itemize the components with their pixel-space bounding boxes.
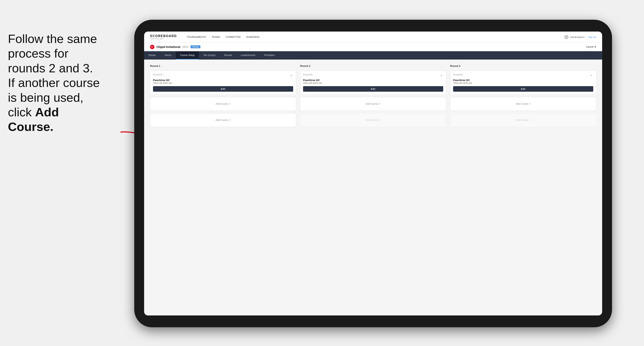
instruction-text: Follow the same process for rounds 2 and… [0,28,114,138]
round-2-course-card: (Course A) × Peachtree GC Yellow (M) (66… [300,71,446,95]
round-2-add-course-2: Add Course + [300,113,446,127]
user-email: blair@clippd.io [570,36,584,38]
round-1-add-course-1[interactable]: Add Course + [150,97,296,111]
sub-header: C Clippd Invitational (Men) Hosting Canc… [144,43,602,51]
rounds-grid: Round 1 (Course A) × Peachtree GC Yellow… [150,64,596,127]
tab-teams[interactable]: Teams [160,51,176,60]
round-3-edit-button[interactable]: Edit [453,86,593,92]
round-2-delete-icon[interactable]: × [439,74,443,77]
round-3-column: Round 3 (Course A) × Peachtree GC Yellow… [450,64,596,127]
tab-results[interactable]: Results [220,51,236,60]
round-3-delete-icon[interactable]: × [589,74,593,77]
tab-leaderboards[interactable]: Leaderboards [236,51,260,60]
round-2-title: Round 2 [300,64,446,67]
round-3-add-course-2: Add Course + [450,113,596,127]
plus-icon-r3-2: + [529,118,531,122]
cancel-button[interactable]: Cancel ✕ [586,45,596,48]
round-1-course-label: (Course A) [153,74,162,76]
round-1-column: Round 1 (Course A) × Peachtree GC Yellow… [150,64,296,127]
plus-icon-2: + [229,118,230,122]
tab-course-setup[interactable]: Course Setup [176,51,199,60]
hosting-badge: Hosting [190,45,200,48]
tabs-bar: Details Teams Course Setup Tee Groups Re… [144,51,602,60]
tablet-shell: SCOREBOARD Powered by clippd TOURNAMENTS… [134,20,612,327]
round-2-edit-button[interactable]: Edit [303,86,443,92]
tournament-name: Clippd Invitational [156,45,180,48]
main-content: Round 1 (Course A) × Peachtree GC Yellow… [144,60,602,316]
nav-links: TOURNAMENTS TEAMS COMMITTEE RANKINGS [187,35,558,39]
plus-icon: + [229,102,230,106]
plus-icon-r2-2: + [379,118,381,122]
tab-printables[interactable]: Printables [260,51,279,60]
round-3-course-card: (Course A) × Peachtree GC Yellow (M) (66… [450,71,596,95]
round-1-title: Round 1 [150,64,296,67]
round-3-add-course-1[interactable]: Add Course + [450,97,596,111]
sub-header-left: C Clippd Invitational (Men) Hosting [150,45,200,49]
round-2-add-course-1[interactable]: Add Course + [300,97,446,111]
round-1-course-card: (Course A) × Peachtree GC Yellow (M) (66… [150,71,296,95]
user-avatar [564,35,568,39]
round-1-course-name: Peachtree GC [153,79,293,82]
round-3-course-label: (Course A) [453,74,462,76]
clippd-logo: C [150,45,154,49]
top-nav: SCOREBOARD Powered by clippd TOURNAMENTS… [144,31,602,43]
tablet-screen: SCOREBOARD Powered by clippd TOURNAMENTS… [144,31,602,316]
round-3-course-name: Peachtree GC [453,79,593,82]
round-1-edit-button[interactable]: Edit [153,86,293,92]
round-2-course-name: Peachtree GC [303,79,443,82]
round-3-course-details: Yellow (M) (6629 yds) [453,82,593,84]
brand-sub: Powered by clippd [150,38,177,40]
tab-details[interactable]: Details [144,51,160,60]
nav-right: blair@clippd.io | Sign out [564,35,596,39]
brand-logo: SCOREBOARD Powered by clippd [150,34,177,40]
tab-tee-groups[interactable]: Tee Groups [199,51,220,60]
brand-name: SCOREBOARD [150,34,177,38]
plus-icon-r2-1: + [379,102,381,106]
round-3-title: Round 3 [450,64,596,67]
round-1-course-details: Yellow (M) (6629 yds) [153,82,293,84]
plus-icon-r3-1: + [529,102,531,106]
tournament-men: (Men) [182,45,188,48]
round-1-add-course-2[interactable]: Add Course + [150,113,296,127]
sign-out-link[interactable]: Sign out [588,36,596,38]
round-2-column: Round 2 (Course A) × Peachtree GC Yellow… [300,64,446,127]
round-2-course-label: (Course A) [303,74,312,76]
nav-teams[interactable]: TEAMS [212,35,220,39]
round-1-delete-icon[interactable]: × [289,74,293,77]
nav-tournaments[interactable]: TOURNAMENTS [187,35,206,39]
nav-rankings[interactable]: RANKINGS [246,35,260,39]
nav-committee[interactable]: COMMITTEE [226,35,241,39]
round-2-course-details: Yellow (M) (6629 yds) [303,82,443,84]
